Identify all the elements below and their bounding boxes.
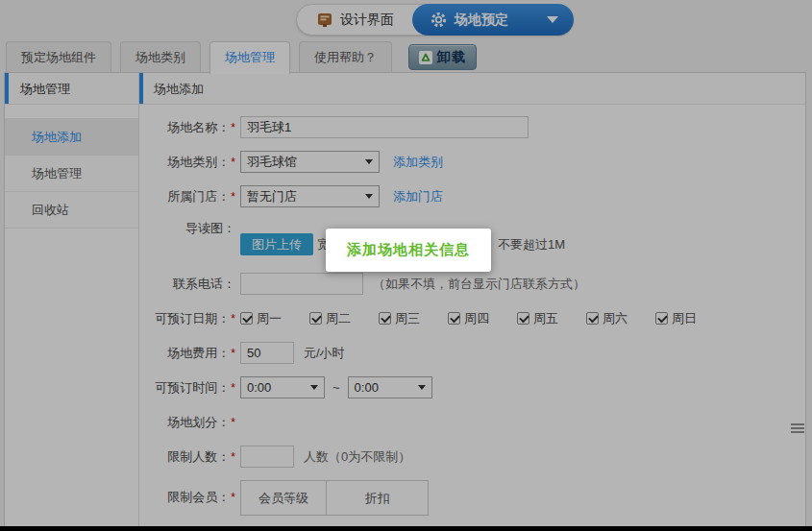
venue-booking-admin-screen: 设计界面 场地预定 预定场地组件 场地类别 场地管理 使用帮助？ 卸载 xyxy=(0,0,812,531)
guide-tooltip: 添加场地相关信息 xyxy=(326,229,491,272)
guide-tooltip-text: 添加场地相关信息 xyxy=(347,241,470,259)
